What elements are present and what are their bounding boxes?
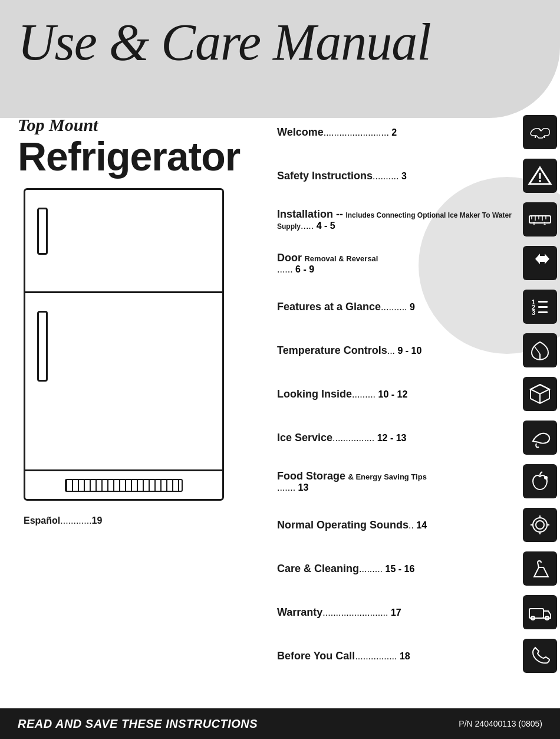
fridge-vent (65, 479, 183, 492)
toc-item-0[interactable]: Welcome......................... 2 (277, 115, 557, 154)
toc-title: Food Storage (277, 470, 345, 482)
toc-title: Care & Cleaning (277, 563, 359, 574)
svg-point-25 (536, 521, 544, 529)
toc-dots: ...... (277, 264, 293, 274)
toc-dots: ......................... (324, 127, 389, 137)
toc-page: 14 (414, 520, 427, 530)
svg-rect-17 (538, 306, 548, 308)
fridge-handle-top (37, 208, 48, 255)
svg-rect-18 (538, 311, 548, 313)
svg-point-24 (533, 518, 547, 532)
toc-page: 9 - 10 (395, 346, 421, 356)
toc-title: Welcome (277, 126, 324, 138)
toc-item-2[interactable]: Installation -- Includes Connecting Opti… (277, 202, 557, 241)
toc-item-5[interactable]: Temperature Controls... 9 - 10 (277, 333, 557, 372)
toc-text: Care & Cleaning......... 15 - 16 (277, 563, 523, 575)
toc-dots: ... (387, 346, 395, 356)
toc-item-7[interactable]: Ice Service................ 12 - 13 (277, 421, 557, 459)
svg-line-0 (539, 129, 541, 131)
toc-dots: ......... (352, 389, 375, 399)
toc-dots: ................ (332, 433, 374, 443)
arrows-icon (523, 246, 557, 280)
svg-point-3 (539, 180, 541, 182)
toc-subtitle-inline: Removal & Reversal (304, 254, 378, 263)
toc-item-3[interactable]: Door Removal & Reversal...... 6 - 9 (277, 246, 557, 285)
subtitle-top-mount: Top Mount (18, 115, 271, 135)
bottom-bar-pn: P/N 240400113 (0805) (459, 719, 542, 728)
ruler-icon: 0 1 (523, 202, 557, 237)
toc-title: Warranty (277, 606, 322, 618)
toc-title: Ice Service (277, 432, 332, 444)
toc-text: Ice Service................ 12 - 13 (277, 432, 523, 444)
svg-point-23 (544, 476, 548, 479)
toc-title: Normal Operating Sounds (277, 519, 409, 531)
toc-page: 3 (399, 171, 407, 181)
toc-item-1[interactable]: Safety Instructions.......... 3 (277, 159, 557, 198)
toc-item-8[interactable]: Food Storage & Energy Saving Tips.......… (277, 464, 557, 503)
toc-dots: ................ (355, 651, 397, 661)
toc-subtitle-inline: & Energy Saving Tips (348, 472, 426, 481)
truck-icon (523, 595, 557, 629)
phone-icon (523, 639, 557, 673)
toc-text: Looking Inside......... 10 - 12 (277, 388, 523, 400)
toc-item-6[interactable]: Looking Inside......... 10 - 12 (277, 377, 557, 416)
toc-page: 2 (389, 127, 397, 137)
fridge-handle-bottom (37, 311, 48, 382)
handshake-icon (523, 115, 557, 149)
fridge-base (25, 469, 222, 499)
fridge-illustration (24, 188, 224, 501)
toc-text: Temperature Controls... 9 - 10 (277, 344, 523, 357)
toc-title: Before You Call (277, 650, 355, 662)
box-icon (523, 377, 557, 411)
toc-dots: ..... (301, 221, 314, 231)
toc-page: 9 (407, 302, 415, 312)
main-title: Use & Care Manual (18, 17, 431, 68)
espanol-entry: Español............19 (24, 515, 271, 526)
toc-item-12[interactable]: Before You Call................ 18 (277, 639, 557, 678)
toc-title: Temperature Controls (277, 344, 387, 356)
toc-dots: ....... (277, 482, 295, 492)
svg-marker-21 (531, 385, 549, 394)
svg-rect-16 (538, 301, 548, 303)
apple-icon (523, 464, 557, 498)
espanol-label: Español (24, 515, 60, 525)
cleaning-icon (523, 551, 557, 586)
toc-text: Safety Instructions.......... 3 (277, 170, 523, 182)
toc-dots: ......... (359, 564, 383, 574)
subtitle-refrigerator: Refrigerator (18, 136, 271, 176)
toc-item-4[interactable]: Features at a Glance.......... 9 1 2 3 (277, 290, 557, 329)
toc-page: 15 - 16 (383, 564, 414, 574)
toc-page: 17 (388, 607, 401, 618)
svg-text:1: 1 (543, 221, 546, 225)
toc-title: Features at a Glance (277, 301, 381, 313)
toc-text: Door Removal & Reversal...... 6 - 9 (277, 252, 523, 275)
toc-dots: ......................... (322, 607, 388, 618)
leaf-icon (523, 333, 557, 367)
toc-item-10[interactable]: Care & Cleaning......... 15 - 16 (277, 551, 557, 590)
toc-item-9[interactable]: Normal Operating Sounds.. 14 (277, 508, 557, 547)
toc-title: Installation -- (277, 208, 343, 220)
list-icon: 1 2 3 (523, 290, 557, 324)
bottom-bar: READ AND SAVE THESE INSTRUCTIONS P/N 240… (0, 708, 560, 739)
bottom-bar-instructions: READ AND SAVE THESE INSTRUCTIONS (18, 717, 258, 731)
toc-section: Welcome......................... 2 Safet… (277, 115, 557, 682)
fridge-top-door (25, 190, 222, 293)
toc-dots: .. (409, 520, 414, 530)
toc-page: 6 - 9 (293, 264, 314, 274)
toc-text: Warranty......................... 17 (277, 606, 523, 619)
toc-page: 13 (295, 482, 308, 492)
fridge-bottom-door (25, 293, 222, 469)
toc-text: Food Storage & Energy Saving Tips.......… (277, 470, 523, 493)
svg-text:3: 3 (532, 309, 535, 316)
svg-marker-12 (535, 254, 549, 264)
toc-text: Normal Operating Sounds.. 14 (277, 519, 523, 531)
toc-page: 4 - 5 (314, 221, 335, 231)
toc-text: Features at a Glance.......... 9 (277, 301, 523, 313)
toc-page: 12 - 13 (374, 433, 406, 443)
toc-text: Before You Call................ 18 (277, 650, 523, 662)
sound-icon (523, 508, 557, 542)
toc-page: 10 - 12 (375, 389, 407, 399)
toc-text: Welcome......................... 2 (277, 126, 523, 139)
toc-dots: .......... (373, 171, 398, 181)
toc-item-11[interactable]: Warranty......................... 17 (277, 595, 557, 634)
